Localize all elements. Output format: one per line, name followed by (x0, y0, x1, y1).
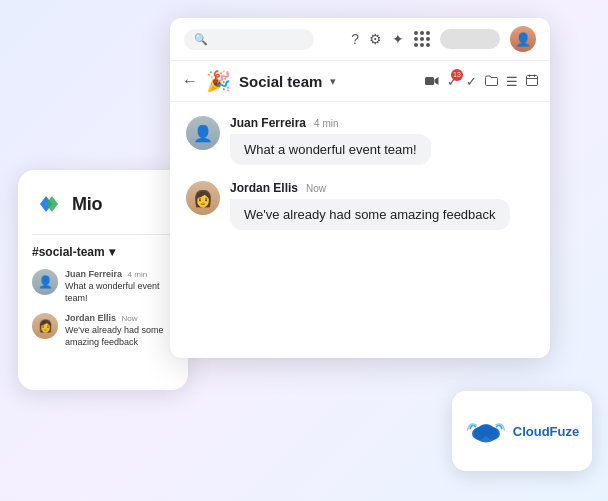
check-circle-icon[interactable]: ✓ (466, 74, 477, 89)
sparkle-icon[interactable]: ✦ (392, 31, 404, 47)
message-meta: Juan Ferreira 4 min (230, 116, 431, 130)
chat-messages: 👤 Juan Ferreira 4 min What a wonderful e… (170, 102, 550, 358)
apps-grid-icon[interactable] (414, 31, 430, 47)
message-time: 4 min (314, 118, 338, 129)
sender-name: Jordan Ellis (230, 181, 298, 195)
help-icon[interactable]: ? (351, 31, 359, 47)
back-button[interactable]: ← (182, 72, 198, 90)
mio-message-content: Jordan Ellis Now We've already had some … (65, 313, 174, 348)
message-meta: Jordan Ellis Now (230, 181, 510, 195)
message-row: 👩 Jordan Ellis Now We've already had som… (186, 181, 534, 230)
tasks-badge: 13 (451, 69, 463, 81)
team-emoji: 🎉 (206, 69, 231, 93)
avatar[interactable]: 👤 (510, 26, 536, 52)
mio-channel[interactable]: #social-team ▾ (32, 245, 174, 259)
mio-message-content: Juan Ferreira 4 min What a wonderful eve… (65, 269, 174, 304)
message-content: Jordan Ellis Now We've already had some … (230, 181, 510, 230)
mio-sender: Jordan Ellis Now (65, 313, 174, 323)
message-row: 👤 Juan Ferreira 4 min What a wonderful e… (186, 116, 534, 165)
cloudfuze-icon (465, 417, 507, 445)
chat-topbar: 🔍 ? ⚙ ✦ 👤 (170, 18, 550, 61)
avatar: 👩 (186, 181, 220, 215)
avatar: 👤 (32, 269, 58, 295)
channel-name: #social-team (32, 245, 105, 259)
team-name: Social team (239, 73, 322, 90)
folder-icon[interactable] (485, 74, 498, 89)
mio-brand-name: Mio (72, 194, 102, 215)
cloudfuze-name: CloudFuze (513, 424, 579, 439)
svg-rect-2 (527, 75, 538, 85)
mio-sender: Juan Ferreira 4 min (65, 269, 174, 279)
search-box[interactable]: 🔍 (184, 29, 314, 50)
list-icon[interactable]: ☰ (506, 74, 518, 89)
message-bubble: What a wonderful event team! (230, 134, 431, 165)
topbar-icons: ? ⚙ ✦ 👤 (351, 26, 536, 52)
mio-text: We've already had some amazing feedback (65, 325, 174, 348)
mio-message-row: 👤 Juan Ferreira 4 min What a wonderful e… (32, 269, 174, 304)
avatar: 👩 (32, 313, 58, 339)
calendar-icon[interactable] (526, 74, 538, 89)
mio-icon (32, 188, 64, 220)
message-content: Juan Ferreira 4 min What a wonderful eve… (230, 116, 431, 165)
account-button[interactable] (440, 29, 500, 49)
mio-text: What a wonderful event team! (65, 281, 174, 304)
mio-card: Mio #social-team ▾ 👤 Juan Ferreira 4 min… (18, 170, 188, 390)
cloudfuze-logo: CloudFuze (465, 417, 579, 445)
google-chat-card: 🔍 ? ⚙ ✦ 👤 ← 🎉 Social team ▾ (170, 18, 550, 358)
mio-message-row: 👩 Jordan Ellis Now We've already had som… (32, 313, 174, 348)
mio-divider (32, 234, 174, 235)
svg-rect-0 (425, 77, 434, 85)
search-icon: 🔍 (194, 33, 208, 46)
tasks-icon[interactable]: ✓ 13 (447, 74, 458, 89)
sender-name: Juan Ferreira (230, 116, 306, 130)
svg-point-11 (478, 424, 494, 436)
settings-icon[interactable]: ⚙ (369, 31, 382, 47)
message-bubble: We've already had some amazing feedback (230, 199, 510, 230)
mio-logo-area: Mio (32, 188, 174, 220)
message-time: Now (306, 183, 326, 194)
channel-chevron-icon: ▾ (109, 245, 115, 259)
avatar: 👤 (186, 116, 220, 150)
team-chevron-icon[interactable]: ▾ (330, 75, 336, 88)
video-icon[interactable] (425, 74, 439, 89)
svg-marker-1 (435, 77, 439, 85)
chat-header: ← 🎉 Social team ▾ ✓ 13 ✓ ☰ (170, 61, 550, 102)
header-actions: ✓ 13 ✓ ☰ (425, 74, 538, 89)
svg-marker-7 (46, 196, 58, 212)
cloudfuze-card: CloudFuze (452, 391, 592, 471)
